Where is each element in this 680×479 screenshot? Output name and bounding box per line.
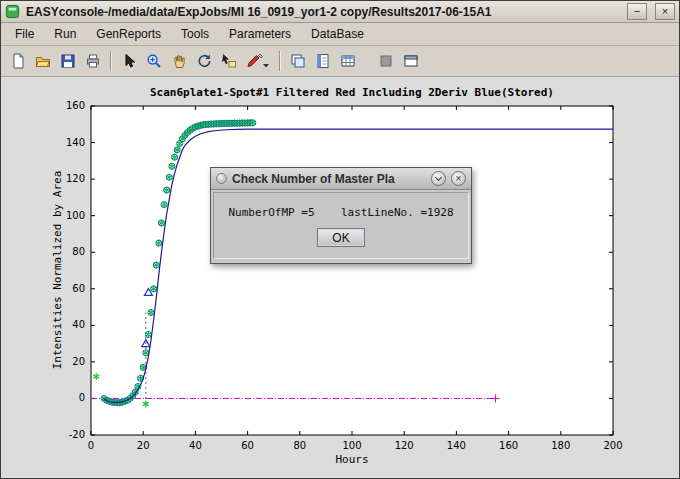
svg-text:60: 60 [241, 440, 254, 451]
svg-text:-20: -20 [69, 429, 85, 440]
data-grid-button[interactable] [336, 49, 360, 73]
menu-file[interactable]: File [5, 24, 44, 44]
svg-text:80: 80 [293, 440, 306, 451]
new-window-button[interactable] [399, 49, 423, 73]
svg-text:120: 120 [66, 173, 85, 184]
svg-text:0: 0 [79, 392, 85, 403]
menu-genreports[interactable]: GenReports [86, 24, 171, 44]
app-icon [5, 4, 20, 19]
rotate-3d-icon [196, 53, 212, 69]
brush-icon [246, 53, 270, 69]
svg-text:20: 20 [137, 440, 150, 451]
save-icon [60, 53, 76, 69]
svg-text:160: 160 [66, 100, 85, 111]
dialog-title: Check Number of Master Pla [232, 172, 426, 186]
dialog-app-icon [216, 173, 227, 184]
svg-text:100: 100 [342, 440, 361, 451]
y-axis-label: Intensities Normalized by Area [51, 171, 64, 370]
new-window-icon [403, 53, 419, 69]
toolbar [1, 46, 679, 77]
pan-hand-icon [171, 53, 187, 69]
open-folder-button[interactable] [31, 49, 55, 73]
close-button[interactable]: × [655, 3, 675, 20]
zoom-in-button[interactable] [142, 49, 166, 73]
new-file-button[interactable] [6, 49, 30, 73]
menu-parameters[interactable]: Parameters [219, 24, 301, 44]
toolbar-separator [110, 51, 112, 71]
editor-doc-button[interactable] [311, 49, 335, 73]
plot-title: Scan6plate1-Spot#1 Filtered Red Includin… [91, 86, 613, 99]
copy-figure-button[interactable] [286, 49, 310, 73]
svg-text:40: 40 [72, 319, 85, 330]
app-window: EASYconsole-/media/data/ExpJobs/MI 16_09… [0, 0, 680, 479]
brush-dropdown-button[interactable] [242, 49, 274, 73]
dialog-check-number-of-master-plates: Check Number of Master Pla × NumberOfMP … [210, 167, 472, 264]
menu-database[interactable]: DataBase [301, 24, 374, 44]
plot-canvas[interactable]: 020406080100120140160180200-200204060801… [1, 77, 679, 479]
print-button[interactable] [81, 49, 105, 73]
window-titlebar[interactable]: EASYconsole-/media/data/ExpJobs/MI 16_09… [1, 1, 679, 23]
toolbar-separator [279, 51, 281, 71]
svg-text:140: 140 [447, 440, 466, 451]
arrow-cursor-button[interactable] [117, 49, 141, 73]
open-folder-icon [35, 53, 51, 69]
datatip-icon [221, 53, 237, 69]
rotate-3d-button[interactable] [192, 49, 216, 73]
svg-text:80: 80 [72, 246, 85, 257]
svg-text:40: 40 [189, 440, 202, 451]
save-button[interactable] [56, 49, 80, 73]
stop-button[interactable] [374, 49, 398, 73]
svg-text:60: 60 [72, 283, 85, 294]
datatip-button[interactable] [217, 49, 241, 73]
dialog-titlebar[interactable]: Check Number of Master Pla × [211, 168, 471, 190]
svg-text:140: 140 [66, 137, 85, 148]
svg-text:200: 200 [603, 440, 622, 451]
new-file-icon [10, 53, 26, 69]
dialog-collapse-button[interactable] [431, 171, 446, 186]
menu-bar: File Run GenReports Tools Parameters Dat… [1, 23, 679, 46]
chevron-down-icon [435, 174, 442, 181]
editor-doc-icon [315, 53, 331, 69]
stop-icon [378, 53, 394, 69]
svg-text:100: 100 [66, 210, 85, 221]
data-grid-icon [340, 53, 356, 69]
minimize-button[interactable]: − [627, 3, 647, 20]
svg-text:120: 120 [395, 440, 414, 451]
window-title: EASYconsole-/media/data/ExpJobs/MI 16_09… [26, 5, 619, 19]
dialog-message: NumberOfMP =5 lastLineNo. =1928 [214, 206, 468, 219]
svg-text:180: 180 [551, 440, 570, 451]
svg-text:0: 0 [88, 440, 94, 451]
dialog-close-button[interactable]: × [451, 171, 466, 186]
dialog-body: NumberOfMP =5 lastLineNo. =1928 OK [213, 192, 469, 259]
svg-text:160: 160 [499, 440, 518, 451]
menu-tools[interactable]: Tools [171, 24, 219, 44]
copy-figure-icon [290, 53, 306, 69]
arrow-cursor-icon [121, 53, 137, 69]
svg-text:20: 20 [72, 356, 85, 367]
ok-button[interactable]: OK [317, 228, 365, 247]
pan-hand-button[interactable] [167, 49, 191, 73]
zoom-in-icon [146, 53, 162, 69]
x-axis-label: Hours [91, 453, 613, 466]
print-icon [85, 53, 101, 69]
figure-area: 020406080100120140160180200-200204060801… [1, 77, 679, 479]
menu-run[interactable]: Run [44, 24, 86, 44]
